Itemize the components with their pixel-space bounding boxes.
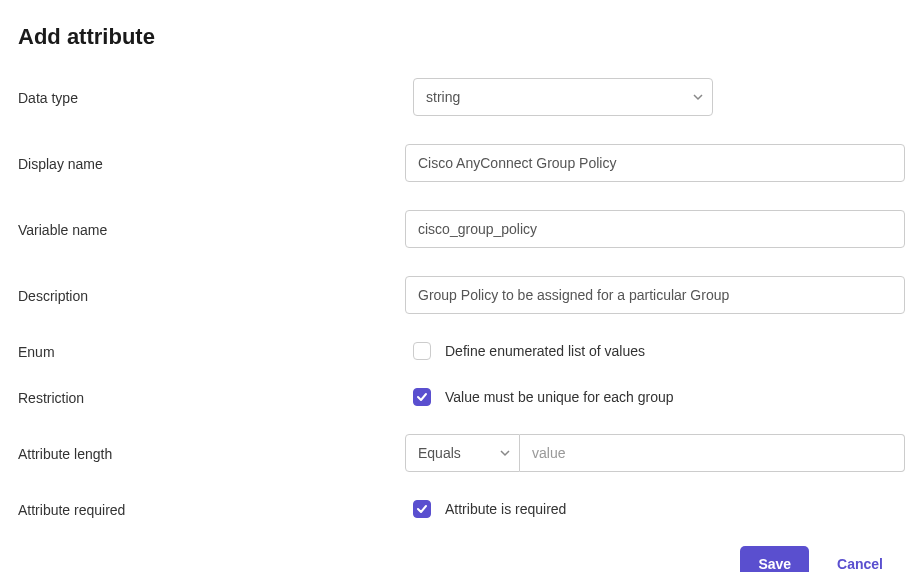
- cancel-button[interactable]: Cancel: [833, 546, 887, 572]
- required-checkbox[interactable]: [413, 500, 431, 518]
- label-restriction: Restriction: [18, 388, 413, 406]
- restriction-checkbox-label: Value must be unique for each group: [445, 389, 674, 405]
- restriction-checkbox[interactable]: [413, 388, 431, 406]
- row-attribute-length: Attribute length: [18, 434, 905, 472]
- row-data-type: Data type: [18, 78, 905, 116]
- data-type-select-wrap: [413, 78, 713, 116]
- row-description: Description: [18, 276, 905, 314]
- enum-checkbox[interactable]: [413, 342, 431, 360]
- required-checkbox-label: Attribute is required: [445, 501, 566, 517]
- row-restriction: Restriction Value must be unique for eac…: [18, 388, 905, 406]
- data-type-select[interactable]: [413, 78, 713, 116]
- row-attribute-required: Attribute required Attribute is required: [18, 500, 905, 518]
- page-title: Add attribute: [18, 24, 905, 50]
- display-name-input[interactable]: [405, 144, 905, 182]
- label-attribute-required: Attribute required: [18, 500, 413, 518]
- length-operator-select[interactable]: [405, 434, 520, 472]
- label-attribute-length: Attribute length: [18, 444, 405, 462]
- row-enum: Enum Define enumerated list of values: [18, 342, 905, 360]
- label-data-type: Data type: [18, 88, 413, 106]
- description-input[interactable]: [405, 276, 905, 314]
- label-display-name: Display name: [18, 154, 405, 172]
- enum-checkbox-label: Define enumerated list of values: [445, 343, 645, 359]
- check-icon: [416, 391, 428, 403]
- label-variable-name: Variable name: [18, 220, 405, 238]
- save-button[interactable]: Save: [740, 546, 809, 572]
- button-row: Save Cancel: [18, 546, 905, 572]
- variable-name-input[interactable]: [405, 210, 905, 248]
- label-enum: Enum: [18, 342, 413, 360]
- label-description: Description: [18, 286, 405, 304]
- length-value-input[interactable]: [520, 434, 905, 472]
- check-icon: [416, 503, 428, 515]
- row-display-name: Display name: [18, 144, 905, 182]
- row-variable-name: Variable name: [18, 210, 905, 248]
